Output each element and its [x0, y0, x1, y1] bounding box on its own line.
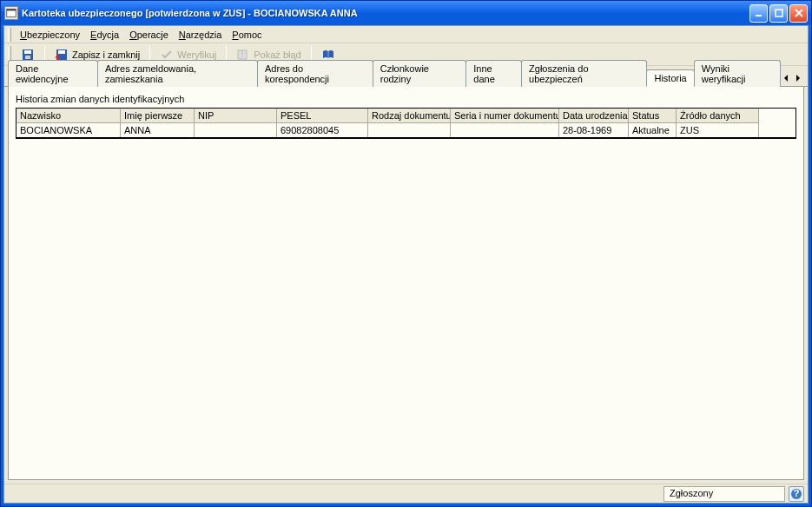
- tab-adres-zameldowania[interactable]: Adres zameldowania, zamieszkania: [97, 60, 258, 87]
- menubar-grip[interactable]: [8, 28, 11, 42]
- window-title: Kartoteka ubezpieczonego [potwierdzona w…: [22, 8, 749, 18]
- menu-pomoc[interactable]: Pomoc: [227, 28, 267, 42]
- section-title: Historia zmian danych identyfikacyjnych: [16, 94, 796, 104]
- col-zrodlo[interactable]: Źródło danych: [677, 109, 759, 123]
- menubar: Ubezpieczony Edycja Operacje Narzędzia P…: [4, 26, 808, 43]
- col-nazwisko[interactable]: Nazwisko: [17, 109, 121, 123]
- status-help-button[interactable]: ?: [789, 486, 804, 502]
- cell-zrodlo: ZUS: [677, 123, 759, 137]
- grid-row[interactable]: BOCIANOWSKA ANNA 69082808045 28-08-1969 …: [17, 123, 795, 138]
- svg-rect-1: [7, 10, 17, 11]
- show-error-label: Pokaż błąd: [254, 49, 300, 60]
- grid-header: Nazwisko Imię pierwsze NIP PESEL Rodzaj …: [17, 109, 795, 123]
- tab-inne-dane[interactable]: Inne dane: [465, 60, 522, 87]
- app-window: Kartoteka ubezpieczonego [potwierdzona w…: [0, 0, 812, 507]
- svg-text:?: ?: [794, 488, 800, 498]
- tab-scroll-left[interactable]: [780, 70, 792, 86]
- menu-edycja[interactable]: Edycja: [85, 28, 124, 42]
- status-text: Zgłoszony: [663, 486, 785, 502]
- menu-ubezpieczony[interactable]: Ubezpieczony: [15, 28, 85, 42]
- cell-status: Aktualne: [629, 123, 677, 137]
- svg-rect-6: [25, 56, 30, 59]
- history-grid[interactable]: Nazwisko Imię pierwsze NIP PESEL Rodzaj …: [16, 108, 796, 139]
- cell-seria: [451, 123, 559, 137]
- app-icon: [4, 6, 18, 20]
- svg-rect-5: [24, 50, 31, 54]
- col-status[interactable]: Status: [629, 109, 677, 123]
- menu-narzedzia[interactable]: Narzędzia: [174, 28, 228, 42]
- tab-historia[interactable]: Historia: [646, 69, 694, 87]
- cell-pesel: 69082808045: [277, 123, 368, 137]
- col-nip[interactable]: NIP: [195, 109, 277, 123]
- svg-rect-2: [756, 15, 762, 16]
- tab-wyniki-weryfikacji[interactable]: Wyniki weryfikacji: [694, 60, 781, 87]
- verify-label: Weryfikuj: [177, 49, 216, 60]
- tab-zgloszenia[interactable]: Zgłoszenia do ubezpieczeń: [521, 60, 647, 87]
- col-seria[interactable]: Seria i numer dokumentu: [451, 109, 559, 123]
- tab-adres-korespondencji[interactable]: Adres do korespondencji: [257, 60, 373, 87]
- tabstrip: Dane ewidencyjne Adres zameldowania, zam…: [4, 66, 808, 87]
- cell-nazwisko: BOCIANOWSKA: [17, 123, 121, 137]
- tab-scroll-right[interactable]: [792, 70, 804, 86]
- col-pesel[interactable]: PESEL: [277, 109, 368, 123]
- col-rodzaj[interactable]: Rodzaj dokumentu: [368, 109, 451, 123]
- maximize-button[interactable]: [769, 4, 788, 23]
- svg-rect-8: [58, 50, 65, 54]
- cell-data: 28-08-1969: [559, 123, 629, 137]
- col-data[interactable]: Data urodzenia: [559, 109, 629, 123]
- tab-content: Historia zmian danych identyfikacyjnych …: [8, 87, 804, 480]
- minimize-button[interactable]: [749, 4, 768, 23]
- titlebar[interactable]: Kartoteka ubezpieczonego [potwierdzona w…: [1, 1, 811, 25]
- tab-dane-ewidencyjne[interactable]: Dane ewidencyjne: [8, 60, 98, 87]
- menu-operacje[interactable]: Operacje: [124, 28, 174, 42]
- client-area: Ubezpieczony Edycja Operacje Narzędzia P…: [3, 25, 809, 504]
- tab-czlonkowie-rodziny[interactable]: Członkowie rodziny: [373, 60, 467, 87]
- svg-rect-3: [776, 10, 782, 16]
- cell-imie: ANNA: [121, 123, 195, 137]
- close-button[interactable]: [789, 4, 808, 23]
- save-close-label: Zapisz i zamknij: [72, 49, 140, 60]
- col-imie[interactable]: Imię pierwsze: [121, 109, 195, 123]
- cell-nip: [195, 123, 277, 137]
- statusbar: Zgłoszony ?: [4, 484, 808, 503]
- cell-rodzaj: [368, 123, 451, 137]
- svg-text:!: !: [241, 49, 244, 59]
